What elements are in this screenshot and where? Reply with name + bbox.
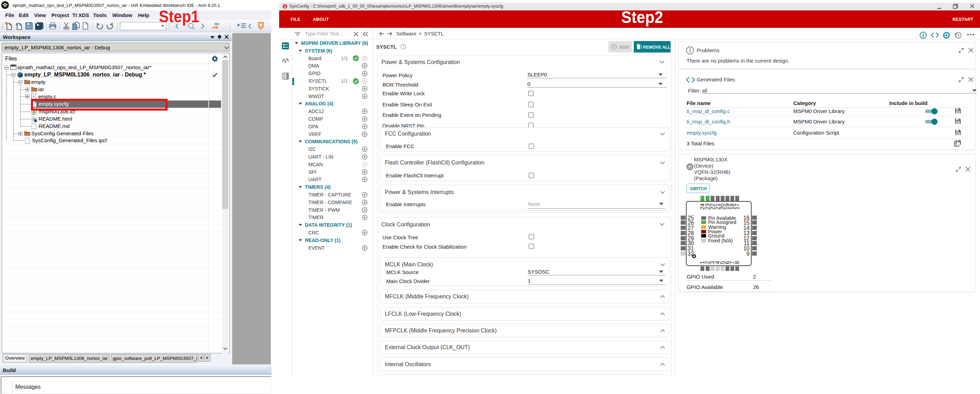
svg-text:S: S — [284, 5, 286, 9]
svg-text:c: c — [33, 94, 34, 98]
svg-text:?: ? — [402, 45, 404, 48]
